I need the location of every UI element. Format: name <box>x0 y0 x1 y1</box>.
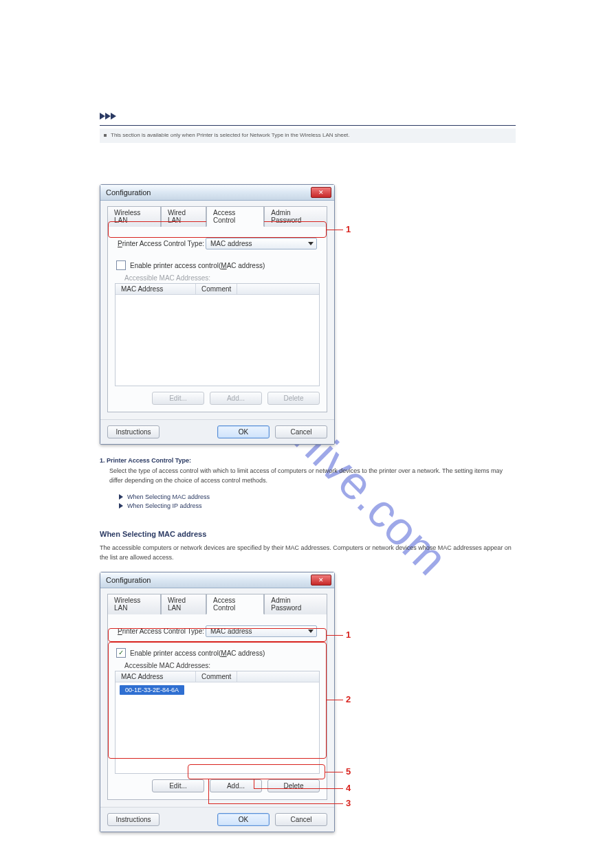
dropdown-value: MAC address <box>210 627 252 635</box>
note-arrows-icon <box>100 111 516 121</box>
col-comment: Comment <box>196 284 237 294</box>
dropdown-value: MAC address <box>210 240 252 247</box>
cancel-button[interactable]: Cancel <box>275 425 327 438</box>
tab-admin-password[interactable]: Admin Password <box>264 594 327 614</box>
callout-number: 4 <box>346 783 351 793</box>
arrow-right-icon <box>119 503 123 509</box>
type-dropdown[interactable]: MAC address <box>206 238 317 249</box>
section-body-mac: The accessible computers or network devi… <box>100 544 516 562</box>
config-dialog-1: Configuration Wireless LAN Wired LAN Acc… <box>100 184 335 445</box>
ok-button[interactable]: OK <box>217 813 270 826</box>
enable-checkbox[interactable] <box>116 648 126 658</box>
delete-button[interactable]: Delete <box>267 779 320 792</box>
callout-number: 1 <box>346 224 351 234</box>
tab-wireless-lan[interactable]: Wireless LAN <box>107 594 161 614</box>
delete-button[interactable]: Delete <box>267 392 320 405</box>
tab-wireless-lan[interactable]: Wireless LAN <box>107 206 161 227</box>
enable-checkbox[interactable] <box>116 260 126 270</box>
enable-checkbox-label: Enable printer access control(MAC addres… <box>130 262 265 269</box>
link-mac[interactable]: When Selecting MAC address <box>127 493 210 500</box>
type-label: PPrinter Access Control Type:rinter Acce… <box>118 240 204 247</box>
tab-admin-password[interactable]: Admin Password <box>264 206 327 227</box>
callout-number: 5 <box>346 766 351 777</box>
tab-wired-lan[interactable]: Wired LAN <box>161 206 206 227</box>
col-mac: MAC Address <box>116 671 196 682</box>
svg-marker-1 <box>105 113 111 120</box>
callout-number: 2 <box>346 694 351 704</box>
divider <box>100 125 516 126</box>
tab-access-control[interactable]: Access Control <box>206 206 264 227</box>
mac-list[interactable]: MAC Address Comment <box>115 283 320 386</box>
tab-wired-lan[interactable]: Wired LAN <box>161 594 206 614</box>
cancel-button[interactable]: Cancel <box>275 813 327 826</box>
col-mac: MAC Address <box>116 284 196 294</box>
section-title-mac: When Selecting MAC address <box>100 530 516 538</box>
list-title: Accessible MAC Addresses: <box>124 274 320 282</box>
item-1-heading: 1. Printer Access Control Type: <box>100 457 516 464</box>
col-comment: Comment <box>196 671 237 682</box>
ok-button[interactable]: OK <box>217 425 270 438</box>
svg-marker-2 <box>111 113 116 120</box>
type-label: Printer Access Control Type: <box>118 627 204 635</box>
add-button[interactable]: Add... <box>210 779 262 792</box>
edit-button[interactable]: Edit... <box>152 779 204 792</box>
note-text: This section is available only when Prin… <box>111 131 350 139</box>
edit-button[interactable]: Edit... <box>152 392 204 405</box>
chevron-down-icon <box>308 630 314 633</box>
mac-list[interactable]: MAC Address Comment 00-1E-33-2E-84-6A <box>115 671 320 774</box>
enable-checkbox-label: Enable printer access control(MAC addres… <box>130 649 265 657</box>
arrow-right-icon <box>119 494 123 500</box>
tab-access-control[interactable]: Access Control <box>206 594 264 614</box>
link-ip[interactable]: When Selecting IP address <box>127 502 201 509</box>
svg-marker-0 <box>100 113 105 120</box>
close-icon[interactable] <box>311 187 331 198</box>
callout-number: 1 <box>346 630 351 640</box>
add-button[interactable]: Add... <box>210 392 262 405</box>
instructions-button[interactable]: Instructions <box>107 813 160 826</box>
item-1-body: Select the type of access control with w… <box>109 467 516 485</box>
close-icon[interactable] <box>311 575 331 586</box>
list-title: Accessible MAC Addresses: <box>124 662 320 669</box>
sub-links: When Selecting MAC address When Selectin… <box>119 493 516 509</box>
note-box: This section is available only when Prin… <box>100 129 516 143</box>
dialog-title: Configuration <box>106 576 151 584</box>
dialog-title: Configuration <box>106 188 151 197</box>
callout-number: 3 <box>346 798 351 808</box>
instructions-button[interactable]: Instructions <box>107 425 160 438</box>
config-dialog-2: Configuration Wireless LAN Wired LAN Acc… <box>100 572 335 832</box>
chevron-down-icon <box>308 242 314 245</box>
list-item[interactable]: 00-1E-33-2E-84-6A <box>120 685 184 695</box>
type-dropdown[interactable]: MAC address <box>206 625 317 637</box>
